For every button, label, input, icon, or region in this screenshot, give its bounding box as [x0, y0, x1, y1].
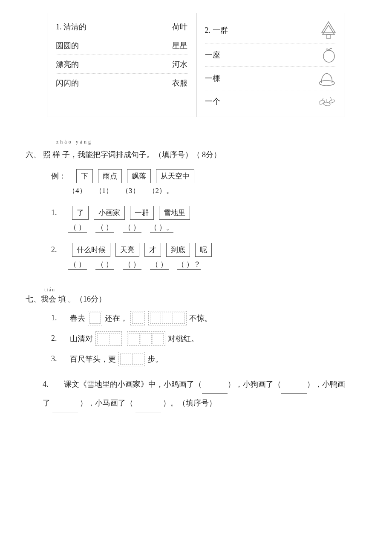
match-left-val4: 衣服 [172, 78, 187, 88]
section7-item2: 2. 山清对 对桃红。 [51, 331, 366, 346]
section6-pinyin: zhào yàng [56, 138, 366, 147]
item1-fill-box3[interactable] [148, 311, 187, 325]
section6-title: 六、 照 样 子，我能把字词排成句子。（填序号）（ 8分） [26, 150, 221, 159]
match-right-label1: 2. 一群 [205, 25, 228, 35]
item1-word4: 雪地里 [159, 206, 190, 220]
match-left-val2: 星星 [172, 40, 187, 51]
item4-blank1[interactable] [202, 375, 228, 394]
item2-ans1: （ ） [68, 259, 87, 270]
item4-text6: ）。（填序号） [163, 399, 216, 407]
item2-word2: 天亮 [115, 243, 139, 257]
item2-ans5: （ ）？ [177, 259, 201, 270]
item2-answer-row: （ ） （ ） （ ） （ ） （ ）？ [68, 259, 366, 270]
item1-word-row: 1. 了 小画家 一群 雪地里 [51, 206, 366, 220]
matching-section: 1. 清清的 荷叶 圆圆的 星星 漂亮的 河水 闪闪的 衣服 2. 一群 [47, 13, 345, 117]
svg-point-3 [323, 50, 334, 62]
fill-cell[interactable] [132, 354, 143, 365]
match-left: 1. 清清的 荷叶 圆圆的 星星 漂亮的 河水 闪闪的 衣服 [47, 13, 196, 117]
item3-fill-box1[interactable] [118, 352, 145, 366]
item2-word5: 呢 [195, 243, 212, 257]
fill-cell[interactable] [120, 354, 131, 365]
item1-fill-box1[interactable] [88, 311, 102, 325]
item2-ans4: （ ） [150, 259, 169, 270]
match-left-val3: 河水 [172, 59, 187, 69]
item1-fill-text1: 春去 [70, 313, 85, 323]
fill-cell[interactable] [141, 333, 152, 344]
item2-fill-box1[interactable] [95, 331, 122, 346]
section7-item4: 4. 课文《雪地里的小画家》中，小鸡画了（ ），小狗画了（ ），小鸭画 了 ），… [43, 375, 366, 412]
match-right: 2. 一群 一座 一棵 [196, 13, 345, 117]
fill-cell[interactable] [129, 333, 140, 344]
item1-word3: 一群 [130, 206, 154, 220]
match-right-row4: 一个 [205, 90, 337, 112]
svg-marker-0 [322, 22, 335, 33]
apple-icon [322, 47, 336, 63]
fill-cell[interactable] [89, 313, 101, 324]
item2-ans3: （ ） [123, 259, 141, 270]
match-left-header-row: 1. 清清的 荷叶 [56, 17, 187, 36]
item2-word1: 什么时候 [72, 243, 110, 257]
item4-blank3[interactable] [52, 394, 78, 412]
match-right-row2: 一座 [205, 43, 337, 67]
item1-ans1: （ ） [68, 222, 87, 233]
item2-fill-box2[interactable] [127, 331, 165, 346]
example-word2: 雨点 [98, 169, 122, 183]
item1-word2: 小画家 [94, 206, 125, 220]
item3-fill-num: 3. [51, 354, 68, 363]
match-left-row3: 漂亮的 河水 [56, 55, 187, 74]
section7-item1: 1. 春去 还在， 不惊。 [51, 311, 366, 325]
fill-cell[interactable] [174, 313, 185, 324]
match-right-row3: 一棵 [205, 67, 337, 90]
fill-cell[interactable] [132, 313, 143, 324]
section7-title: 七、我会 填 。（16分） [26, 295, 106, 303]
item2-num: 2. [51, 245, 68, 254]
item3-fill-text1: 百尺竿头，更 [70, 354, 116, 364]
item1-fill-text3: 不惊。 [189, 313, 212, 323]
item1-ans4: （ ）。 [150, 222, 173, 233]
item4-blank4[interactable] [135, 394, 161, 412]
fill-cell[interactable] [97, 333, 108, 344]
item4-text3: ），小鸭画 [307, 380, 345, 388]
item2-fill-text1: 山清对 [70, 334, 93, 344]
fill-cell[interactable] [109, 333, 120, 344]
example-ans3: （3） [121, 186, 140, 196]
item1-fill-box2[interactable] [130, 311, 145, 325]
section6: zhào yàng 六、 照 样 子，我能把字词排成句子。（填序号）（ 8分） … [26, 130, 366, 270]
section7-pinyin: tián [44, 287, 366, 293]
item1-answer-row: （ ） （ ） （ ） （ ）。 [68, 222, 366, 233]
tree-icon [321, 21, 336, 40]
item2-fill-num: 2. [51, 334, 68, 343]
item1-ans2: （ ） [95, 222, 114, 233]
example-label: 例： [51, 171, 72, 181]
match-right-icon1 [321, 21, 336, 40]
fill-cell[interactable] [150, 313, 161, 324]
match-right-icon2 [322, 47, 336, 63]
item3-fill-text2: 步。 [147, 354, 163, 364]
svg-rect-2 [327, 35, 330, 39]
item4-blank2[interactable] [281, 375, 307, 394]
example-ans1: （4） [68, 186, 86, 196]
match-left-row4: 闪闪的 衣服 [56, 74, 187, 92]
fill-cell[interactable] [162, 313, 173, 324]
svg-line-10 [330, 97, 332, 100]
example-answer-row: （4） （1） （3） （2）。 [68, 186, 366, 196]
section7-item3: 3. 百尺竿头，更 步。 [51, 352, 366, 366]
example-word1: 下 [76, 169, 93, 183]
bugs-icon [317, 94, 336, 109]
match-left-label4: 闪闪的 [56, 78, 79, 88]
match-left-row2: 圆圆的 星星 [56, 36, 187, 55]
item4-text2: ），小狗画了（ [228, 380, 281, 388]
match-right-row1: 2. 一群 [205, 17, 337, 43]
item2-fill-text2: 对桃红。 [168, 334, 199, 344]
match-right-label2: 一座 [205, 50, 220, 60]
fill-cell[interactable] [153, 333, 164, 344]
section6-header: zhào yàng 六、 照 样 子，我能把字词排成句子。（填序号）（ 8分） [26, 130, 366, 161]
match-right-label3: 一棵 [205, 73, 220, 83]
match-right-icon4 [317, 94, 336, 109]
match-left-label2: 圆圆的 [56, 40, 79, 51]
example-row: 例： 下 雨点 飘落 从天空中 [51, 169, 366, 183]
match-left-val1: 荷叶 [172, 22, 187, 32]
item2-word-row: 2. 什么时候 天亮 才 到底 呢 [51, 243, 366, 257]
section7: tián 七、我会 填 。（16分） 1. 春去 还在， 不惊。 2. 山清对 [26, 280, 366, 412]
match-left-label3: 漂亮的 [56, 59, 79, 69]
